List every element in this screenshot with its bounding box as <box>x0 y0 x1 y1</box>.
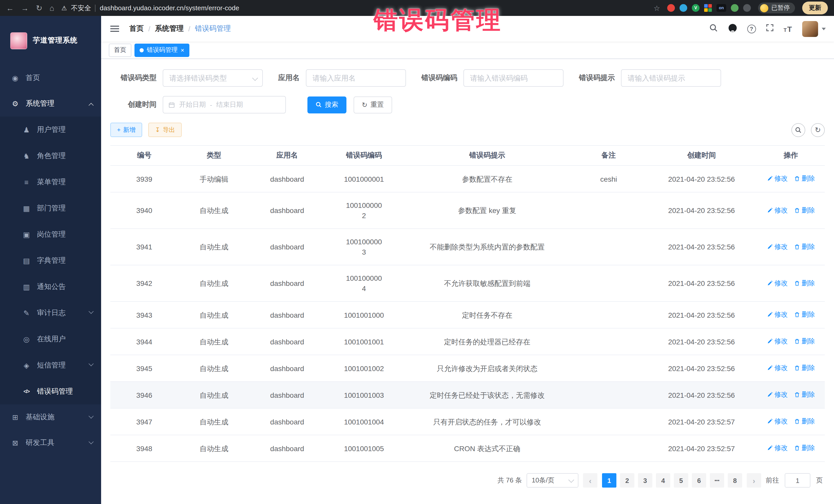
refresh-table-button[interactable]: ↻ <box>811 123 825 137</box>
sidebar-item-notice-management[interactable]: ▥通知公告 <box>0 273 101 300</box>
edit-link[interactable]: 修改 <box>767 205 788 215</box>
prev-page-button[interactable]: ‹ <box>583 473 597 487</box>
edit-link[interactable]: 修改 <box>767 363 788 373</box>
delete-link[interactable]: 删除 <box>794 278 815 288</box>
sidebar-item-user-management[interactable]: ♟用户管理 <box>0 116 101 143</box>
extension-on-badge[interactable]: on <box>717 4 726 12</box>
page-button[interactable]: 5 <box>674 473 688 487</box>
reset-button[interactable]: ↻ 重置 <box>354 96 392 113</box>
address-bar[interactable]: ⚠ 不安全 dashboard.yudao.iocoder.cn/system/… <box>61 3 646 13</box>
breadcrumb-item[interactable]: 系统管理 <box>155 24 184 34</box>
delete-icon <box>794 207 800 213</box>
edit-link[interactable]: 修改 <box>767 390 788 400</box>
delete-link[interactable]: 删除 <box>794 309 815 320</box>
edit-link[interactable]: 修改 <box>767 309 788 320</box>
cell-message: CRON 表达式不正确 <box>403 435 571 462</box>
extension-green-v-icon[interactable]: V <box>692 4 700 12</box>
edit-link[interactable]: 修改 <box>767 416 788 426</box>
page-button[interactable]: 2 <box>620 473 634 487</box>
reload-icon[interactable]: ↻ <box>36 3 42 13</box>
delete-link[interactable]: 删除 <box>794 336 815 346</box>
font-size-icon[interactable]: TT <box>784 24 792 33</box>
page-button[interactable]: 4 <box>656 473 670 487</box>
extension-leaf-icon[interactable] <box>731 4 739 12</box>
error-type-select[interactable] <box>163 69 263 87</box>
sidebar-item-audit-log[interactable]: ✎审计日志 <box>0 300 101 326</box>
edit-link[interactable]: 修改 <box>767 278 788 288</box>
update-button[interactable]: 更新 <box>802 2 828 14</box>
edit-link[interactable]: 修改 <box>767 241 788 252</box>
download-icon: ↧ <box>155 126 160 133</box>
date-range-picker[interactable]: 开始日期 - 结束日期 <box>163 96 286 113</box>
extension-grid-icon[interactable] <box>704 4 712 12</box>
delete-link[interactable]: 删除 <box>794 443 815 453</box>
page-button[interactable]: 6 <box>692 473 706 487</box>
sidebar-item-label: 菜单管理 <box>37 177 66 187</box>
cell-code: 1001001003 <box>325 381 403 408</box>
edit-icon <box>767 207 773 213</box>
back-icon[interactable]: ← <box>6 4 14 12</box>
sidebar-item-sms-management[interactable]: ◈短信管理 <box>0 352 101 378</box>
delete-link[interactable]: 删除 <box>794 241 815 252</box>
edit-link[interactable]: 修改 <box>767 174 788 184</box>
help-icon[interactable]: ? <box>747 24 756 33</box>
delete-link[interactable]: 删除 <box>794 205 815 215</box>
search-button[interactable]: 搜索 <box>307 96 347 113</box>
sidebar-item-home[interactable]: ◉首页 <box>0 65 101 91</box>
tags-view-tab[interactable]: 首页 <box>109 43 131 57</box>
sidebar-item-online-users[interactable]: ◎在线用户 <box>0 326 101 352</box>
delete-link[interactable]: 删除 <box>794 174 815 184</box>
edit-link[interactable]: 修改 <box>767 443 788 453</box>
error-message-input[interactable] <box>621 69 721 87</box>
search-icon <box>316 102 322 108</box>
export-button[interactable]: ↧ 导出 <box>148 123 182 137</box>
forward-icon[interactable]: → <box>21 4 29 12</box>
sidebar-item-post-management[interactable]: ▣岗位管理 <box>0 221 101 247</box>
breadcrumb-item[interactable]: 首页 <box>129 24 144 34</box>
plus-icon: + <box>117 126 120 133</box>
cell-actions: 修改删除 <box>757 229 825 265</box>
show-search-button[interactable] <box>791 123 805 137</box>
sidebar-item-department-management[interactable]: ▦部门管理 <box>0 195 101 221</box>
delete-link[interactable]: 删除 <box>794 390 815 400</box>
paused-badge[interactable]: 已暂停 <box>758 3 795 13</box>
sidebar-item-role-management[interactable]: ♞角色管理 <box>0 143 101 169</box>
github-icon[interactable] <box>727 23 737 35</box>
cell-actions: 修改删除 <box>757 302 825 328</box>
add-button[interactable]: + 新增 <box>110 123 142 137</box>
extension-blue-icon[interactable] <box>680 4 687 12</box>
edit-link[interactable]: 修改 <box>767 336 788 346</box>
sidebar-item-label: 短信管理 <box>37 360 66 370</box>
table-row: 3939手动编辑dashboard1001000001参数配置不存在ceshi2… <box>110 166 825 192</box>
page-button[interactable]: 3 <box>638 473 652 487</box>
sidebar-item-menu-management[interactable]: ≡菜单管理 <box>0 169 101 195</box>
error-type-select-input[interactable] <box>163 69 263 87</box>
app-name-input[interactable] <box>306 69 406 87</box>
page-size-select[interactable]: 10条/页 <box>527 473 578 487</box>
delete-link[interactable]: 删除 <box>794 363 815 373</box>
error-code-input[interactable] <box>463 69 564 87</box>
page-button[interactable]: 1 <box>602 473 616 487</box>
cell-app: dashboard <box>250 435 325 462</box>
sidebar-item-dev-tools[interactable]: ⊠研发工具 <box>0 430 101 456</box>
app-logo[interactable]: 芋道管理系统 <box>0 16 101 65</box>
page-ellipsis-button[interactable]: ••• <box>710 473 724 487</box>
goto-page-input[interactable] <box>785 473 810 487</box>
sidebar-item-error-code-management[interactable]: </>错误码管理 <box>0 378 101 404</box>
page-button[interactable]: 8 <box>728 473 742 487</box>
sidebar-item-infrastructure[interactable]: ⊞基础设施 <box>0 404 101 430</box>
home-icon[interactable]: ⌂ <box>49 4 54 12</box>
tags-view-tab[interactable]: 错误码管理× <box>134 43 190 57</box>
next-page-button[interactable]: › <box>747 473 761 487</box>
extension-pin-icon[interactable] <box>743 4 751 12</box>
delete-link[interactable]: 删除 <box>794 416 815 426</box>
bookmark-star-icon[interactable]: ☆ <box>654 4 660 12</box>
hamburger-icon[interactable] <box>109 24 120 34</box>
extension-red-icon[interactable] <box>667 4 675 12</box>
sidebar-item-system-management[interactable]: ⚙系统管理 <box>0 91 101 116</box>
close-icon[interactable]: × <box>181 47 184 53</box>
sidebar-item-dict-management[interactable]: ▤字典管理 <box>0 247 101 273</box>
fullscreen-icon[interactable] <box>766 24 774 34</box>
user-menu[interactable] <box>802 21 826 37</box>
search-icon[interactable] <box>709 23 718 34</box>
